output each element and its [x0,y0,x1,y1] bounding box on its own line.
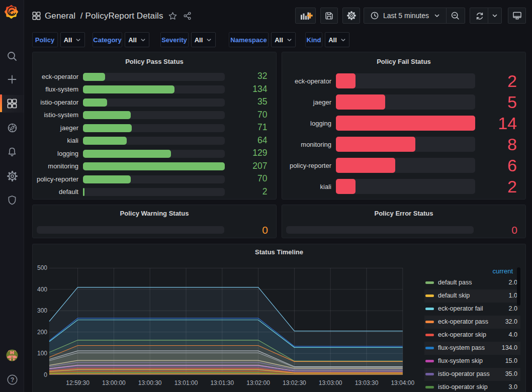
svg-text:200: 200 [37,329,47,336]
svg-text:?: ? [10,376,14,383]
svg-text:500: 500 [37,264,47,271]
svg-text:13:02:30: 13:02:30 [283,379,306,386]
svg-text:13:00:30: 13:00:30 [138,379,162,386]
svg-text:13:01:00: 13:01:00 [174,379,198,386]
svg-text:13:01:30: 13:01:30 [210,379,234,386]
svg-text:100: 100 [37,350,47,357]
svg-text:13:03:30: 13:03:30 [355,379,379,386]
svg-text:13:00:00: 13:00:00 [102,379,126,386]
svg-text:13:02:00: 13:02:00 [246,379,270,386]
svg-text:13:03:00: 13:03:00 [319,379,342,386]
svg-text:0: 0 [44,371,47,378]
svg-text:300: 300 [37,307,47,314]
svg-text:12:59:30: 12:59:30 [66,379,90,386]
svg-text:400: 400 [37,286,47,293]
svg-text:13:04:00: 13:04:00 [391,379,414,386]
